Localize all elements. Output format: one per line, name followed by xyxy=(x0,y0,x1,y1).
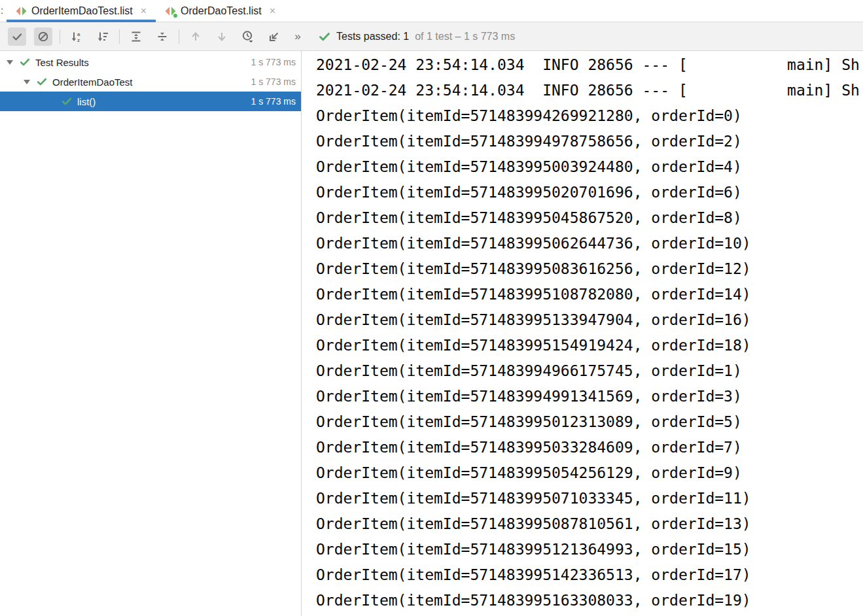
more-actions-button[interactable]: » xyxy=(290,30,306,43)
console-line: OrderItem(itemId=571483995003924480, ord… xyxy=(316,154,863,180)
console-line: OrderItem(itemId=571483995012313089, ord… xyxy=(316,409,863,435)
console-line: OrderItem(itemId=571483994978758656, ord… xyxy=(316,129,863,154)
test-runner-toolbar: a z xyxy=(0,22,863,51)
console-line: OrderItem(itemId=571483995154919424, ord… xyxy=(316,333,863,358)
console-line: OrderItem(itemId=571483995020701696, ord… xyxy=(316,180,863,205)
console-output-pane[interactable]: 2021-02-24 23:54:14.034 INFO 28656 --- [… xyxy=(302,51,863,616)
console-line: OrderItem(itemId=571483995133947904, ord… xyxy=(316,307,863,333)
circle-slash-icon xyxy=(37,31,49,43)
junit-run-config-icon xyxy=(16,6,27,16)
show-ignored-button[interactable] xyxy=(34,27,52,46)
close-icon[interactable]: × xyxy=(141,6,147,16)
arrow-down-icon xyxy=(216,31,228,43)
sort-alphabetically-button[interactable]: a z xyxy=(67,27,86,46)
sort-by-duration-button[interactable] xyxy=(94,27,112,46)
tree-row-duration: 1 s 773 ms xyxy=(251,77,296,87)
tab-orderitemdaotest-list[interactable]: OrderItemDaoTest.list × xyxy=(7,0,156,22)
console-line: OrderItem(itemId=571483995121364993, ord… xyxy=(316,537,863,562)
console-log-line: 2021-02-24 23:54:14.034 INFO 28656 --- [… xyxy=(316,52,863,78)
console-line: OrderItem(itemId=571483995087810561, ord… xyxy=(316,511,863,537)
test-runner-content: Test Results 1 s 773 ms OrderItemDaoTest… xyxy=(0,51,863,616)
console-line: OrderItem(itemId=571483995083616256, ord… xyxy=(316,256,863,282)
tab-label: OrderItemDaoTest.list xyxy=(31,5,133,17)
console-line: OrderItem(itemId=571483994991341569, ord… xyxy=(316,384,863,409)
console-line: OrderItem(itemId=571483995033284609, ord… xyxy=(316,435,863,460)
tree-row-label: list() xyxy=(77,96,96,107)
test-passed-check-icon xyxy=(37,77,47,87)
tree-row-orderitemdaotest[interactable]: OrderItemDaoTest 1 s 773 ms xyxy=(0,72,301,92)
next-failed-test-button[interactable] xyxy=(213,27,231,46)
collapse-all-icon xyxy=(156,31,168,43)
expand-all-icon xyxy=(130,31,142,43)
tests-passed-check-icon xyxy=(319,31,330,43)
toolbar-separator xyxy=(179,29,179,44)
tree-row-duration: 1 s 773 ms xyxy=(251,96,296,107)
collapse-all-button[interactable] xyxy=(153,27,171,46)
toolbar-separator xyxy=(60,29,60,44)
sort-alphabetically-icon: a z xyxy=(71,31,82,43)
console-line: OrderItem(itemId=571483994269921280, ord… xyxy=(316,103,863,129)
tree-row-label: Test Results xyxy=(35,57,89,68)
editor-tab-bar: : OrderItemDaoTest.list × OrderDaoTest.l… xyxy=(0,0,863,22)
tree-row-list-test[interactable]: list() 1 s 773 ms xyxy=(0,92,301,111)
clipped-edge-text: : xyxy=(1,5,3,16)
svg-text:z: z xyxy=(77,37,80,43)
console-line: OrderItem(itemId=571483995108782080, ord… xyxy=(316,282,863,307)
toolbar-separator xyxy=(119,29,120,44)
console-line: OrderItem(itemId=571483995142336513, ord… xyxy=(316,562,863,588)
console-line: OrderItem(itemId=571483995163308033, ord… xyxy=(316,588,863,613)
chevron-down-icon[interactable] xyxy=(7,60,13,65)
tree-row-duration: 1 s 773 ms xyxy=(251,57,296,67)
status-passed-text: Tests passed: 1 xyxy=(336,31,409,43)
console-line: OrderItem(itemId=571483995045867520, ord… xyxy=(316,205,863,231)
import-test-results-button[interactable] xyxy=(265,27,283,46)
tab-label: OrderDaoTest.list xyxy=(181,5,262,17)
console-line: OrderItem(itemId=571483994966175745, ord… xyxy=(316,358,863,384)
close-icon[interactable]: × xyxy=(270,6,275,16)
console-log-line: 2021-02-24 23:54:14.034 INFO 28656 --- [… xyxy=(316,78,863,103)
clock-history-icon xyxy=(241,30,255,43)
console-line: OrderItem(itemId=571483995062644736, ord… xyxy=(316,231,863,256)
test-tree[interactable]: Test Results 1 s 773 ms OrderItemDaoTest… xyxy=(0,51,302,616)
show-passed-button[interactable] xyxy=(8,27,26,46)
sort-by-duration-icon xyxy=(97,31,109,43)
test-passed-dot-icon xyxy=(173,13,178,18)
expand-all-button[interactable] xyxy=(127,27,145,46)
tab-orderdaotest-list[interactable]: OrderDaoTest.list × xyxy=(156,0,285,22)
tree-row-test-results[interactable]: Test Results 1 s 773 ms xyxy=(0,52,301,72)
test-passed-check-icon xyxy=(20,57,30,67)
test-passed-check-icon xyxy=(62,96,72,107)
test-status-summary: Tests passed: 1 of 1 test – 1 s 773 ms xyxy=(319,31,515,43)
previous-failed-test-button[interactable] xyxy=(186,27,205,46)
status-detail-text: of 1 test – 1 s 773 ms xyxy=(415,31,515,43)
chevron-down-icon[interactable] xyxy=(24,80,30,84)
import-arrow-icon xyxy=(268,31,280,43)
checkmark-icon xyxy=(11,31,23,43)
junit-run-config-passed-icon xyxy=(165,6,176,16)
tree-row-label: OrderItemDaoTest xyxy=(52,77,133,88)
console-line: OrderItem(itemId=571483995054256129, ord… xyxy=(316,460,863,486)
console-line: OrderItem(itemId=571483995071033345, ord… xyxy=(316,486,863,511)
arrow-up-icon xyxy=(190,31,202,43)
test-history-button[interactable] xyxy=(239,27,257,46)
